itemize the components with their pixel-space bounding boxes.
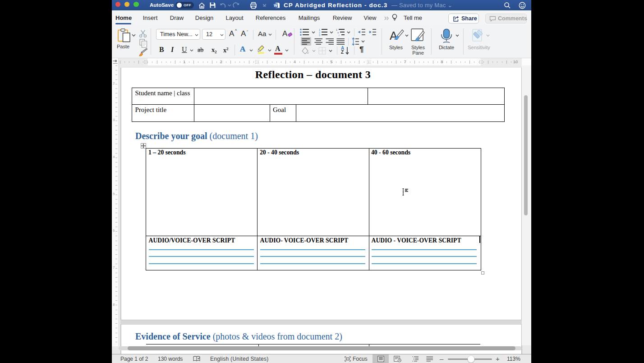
svg-text:W: W (274, 4, 277, 8)
svg-text:3: 3 (319, 34, 320, 37)
svg-text:i: i (339, 34, 339, 37)
svg-text:A: A (390, 29, 398, 42)
